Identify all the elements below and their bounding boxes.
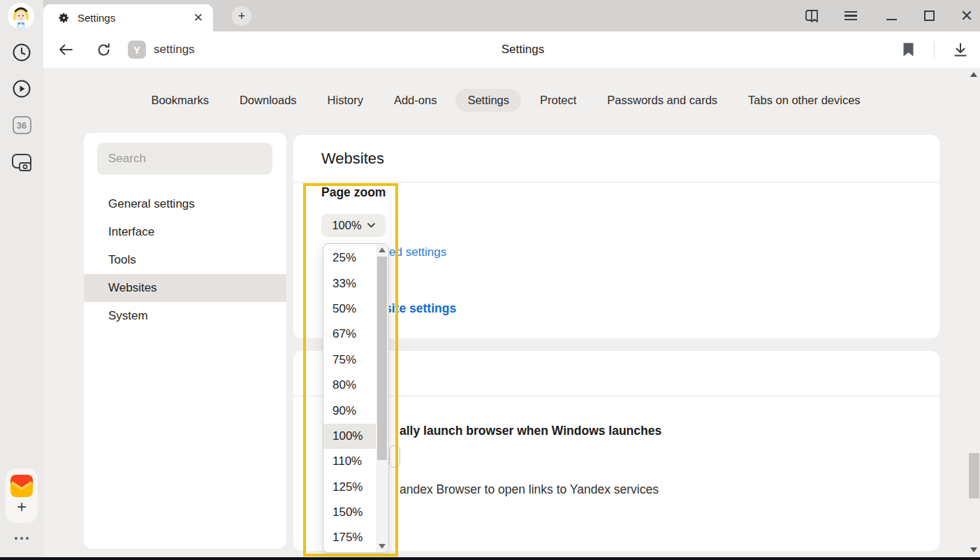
browser-window: 36 + (0, 0, 980, 560)
settings-nav: Bookmarks Downloads History Add-ons Sett… (43, 89, 968, 112)
dot-icon (15, 537, 17, 540)
page-scrollbar[interactable] (968, 68, 980, 557)
history-clock-icon[interactable] (0, 43, 43, 62)
zoom-option[interactable]: 75% (323, 347, 376, 373)
screenshot-camera-icon[interactable] (0, 152, 43, 172)
settings-menu-item[interactable]: Interface (84, 218, 286, 246)
gear-icon (58, 12, 70, 24)
page-zoom-dropdown: 25% 33% 50% 67% 75% (323, 243, 389, 553)
settings-page: Bookmarks Downloads History Add-ons Sett… (43, 68, 980, 557)
yandex-mail-icon[interactable] (0, 474, 43, 498)
site-settings-link-partial[interactable]: site settings (385, 301, 456, 316)
section-heading: Websites (321, 150, 384, 168)
dot-icon (26, 537, 29, 540)
nav-tab[interactable]: Tabs on other devices (736, 89, 872, 112)
nav-tab[interactable]: Passwords and cards (595, 89, 729, 112)
zoom-option[interactable]: 125% (323, 475, 376, 500)
plus-icon: + (238, 9, 246, 24)
zoom-options-list: 25% 33% 50% 67% 75% (323, 245, 376, 551)
settings-menu-item[interactable]: Tools (84, 246, 286, 274)
divider (934, 41, 935, 59)
page-zoom-value: 100% (332, 219, 361, 232)
nav-tab[interactable]: Settings (455, 89, 521, 112)
download-icon (953, 42, 968, 57)
scroll-down-icon[interactable] (970, 547, 977, 552)
downloads-button[interactable] (946, 31, 974, 68)
tab-title: Settings (78, 12, 193, 24)
menu-button[interactable] (837, 0, 865, 31)
search-input[interactable] (97, 143, 272, 175)
close-icon: ✕ (960, 7, 973, 25)
tab-settings[interactable]: Settings ✕ (43, 4, 213, 31)
zoom-option[interactable]: 80% (323, 373, 376, 398)
dropdown-scrollbar[interactable] (376, 244, 388, 552)
chevron-down-icon (367, 223, 375, 228)
zoom-option[interactable]: 150% (323, 500, 376, 525)
scroll-down-icon[interactable] (379, 544, 386, 549)
hidden-dropdown-edge (389, 445, 400, 468)
bookmark-icon (902, 42, 914, 57)
nav-tab[interactable]: Protect (528, 89, 588, 112)
scroll-thumb[interactable] (377, 257, 387, 460)
page-title: Settings (43, 31, 980, 68)
window-bottom-edge (0, 557, 980, 560)
nav-tab[interactable]: Downloads (228, 89, 309, 112)
websites-card: Websites ed settings site settings (293, 135, 939, 338)
maximize-icon (924, 10, 935, 21)
search-box (97, 143, 272, 175)
tab-close-icon[interactable]: ✕ (193, 10, 203, 25)
zoom-option[interactable]: 25% (323, 245, 376, 271)
close-button[interactable]: ✕ (953, 0, 980, 31)
settings-menu-item[interactable]: General settings (84, 190, 286, 218)
bookmark-button[interactable] (894, 31, 922, 68)
divider (293, 182, 939, 182)
avatar-girl-icon (8, 3, 34, 29)
add-app-button[interactable]: + (0, 498, 43, 515)
page-zoom-select[interactable]: 100% (321, 214, 386, 237)
bookmarks-panel-button[interactable] (798, 0, 826, 31)
tab-strip: Settings ✕ + ✕ (43, 0, 980, 31)
yandex-links-label-partial: andex Browser to open links to Yandex se… (400, 482, 659, 497)
settings-menu: General settings Interface Tools Website… (84, 190, 286, 330)
page-zoom-label: Page zoom (321, 185, 386, 200)
scroll-up-icon[interactable] (379, 247, 386, 252)
pinned-apps-panel: + (6, 468, 38, 523)
nav-tab[interactable]: Add-ons (382, 89, 448, 112)
settings-menu-item[interactable]: System (84, 302, 286, 330)
maximize-button[interactable] (915, 0, 943, 31)
scroll-up-icon[interactable] (970, 72, 977, 77)
autolaunch-label-partial: ally launch browser when Windows launche… (400, 424, 661, 438)
badge-36-label: 36 (13, 116, 31, 134)
zoom-option[interactable]: 90% (323, 398, 376, 423)
avatar[interactable] (8, 3, 34, 29)
zoom-option[interactable]: 110% (323, 449, 376, 474)
menu-icon (844, 8, 857, 23)
settings-menu-item[interactable]: Websites (84, 274, 286, 302)
tableau-36-badge[interactable]: 36 (0, 116, 43, 134)
video-play-icon[interactable] (0, 79, 43, 99)
new-tab-button[interactable]: + (232, 6, 251, 26)
bookmarks-panel-icon (804, 8, 821, 24)
sidebar-more-button[interactable] (0, 537, 43, 540)
browser-sidebar: 36 + (0, 0, 43, 557)
zoom-option[interactable]: 50% (323, 296, 376, 322)
minimize-button[interactable] (877, 0, 905, 31)
nav-tab[interactable]: Bookmarks (139, 89, 221, 112)
plus-icon: + (17, 498, 27, 515)
settings-sidebar-card: General settings Interface Tools Website… (84, 133, 286, 549)
zoom-option[interactable]: 33% (323, 271, 376, 296)
zoom-option[interactable]: 67% (323, 322, 376, 347)
divider (293, 396, 939, 396)
zoom-option[interactable]: 100% (323, 424, 376, 449)
dot-icon (20, 537, 23, 540)
minimize-icon (886, 19, 897, 20)
nav-tab[interactable]: History (316, 89, 375, 112)
address-bar: Y settings Settings (43, 31, 980, 68)
page-scroll-thumb[interactable] (969, 453, 979, 498)
advanced-settings-link-partial[interactable]: ed settings (389, 245, 446, 259)
zoom-option[interactable]: 175% (323, 525, 376, 550)
